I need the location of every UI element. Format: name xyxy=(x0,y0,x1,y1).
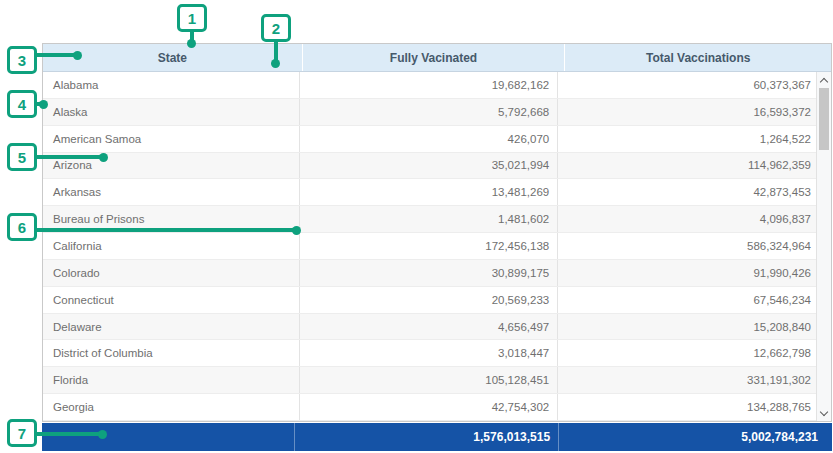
fully-vaccinated-cell: 4,656,497 xyxy=(299,314,557,340)
fully-vaccinated-cell: 20,569,233 xyxy=(299,287,557,313)
callout-3-dot xyxy=(73,51,82,60)
table-row[interactable]: District of Columbia 3,018,447 12,662,79… xyxy=(43,340,831,367)
total-vaccinations-cell: 586,324,964 xyxy=(557,233,831,259)
table-row[interactable]: American Samoa 426,070 1,264,522 xyxy=(43,126,831,153)
total-vaccinations-cell: 4,096,837 xyxy=(557,206,831,232)
fully-vaccinated-cell: 1,481,602 xyxy=(299,206,557,232)
fully-vaccinated-cell: 30,899,175 xyxy=(299,260,557,286)
state-cell: California xyxy=(43,233,299,259)
table-header: State Fully Vacinated Total Vaccinations xyxy=(43,44,831,72)
table-row[interactable]: California 172,456,138 586,324,964 xyxy=(43,233,831,260)
fully-vaccinated-cell: 35,021,994 xyxy=(299,153,557,179)
callout-6-dot xyxy=(292,226,301,235)
vertical-scrollbar[interactable] xyxy=(816,72,831,421)
total-vaccinations-cell: 91,990,426 xyxy=(557,260,831,286)
callout-3-line xyxy=(34,53,77,57)
screenshot: State Fully Vacinated Total Vaccinations… xyxy=(0,0,833,453)
callout-1-label: 1 xyxy=(188,10,196,27)
total-vaccinations-cell: 15,208,840 xyxy=(557,314,831,340)
total-vaccinations-cell: 16,593,372 xyxy=(557,99,831,125)
total-vaccinations-cell: 1,264,522 xyxy=(557,126,831,152)
table-row[interactable]: Connecticut 20,569,233 67,546,234 xyxy=(43,287,831,314)
table-row[interactable]: Colorado 30,899,175 91,990,426 xyxy=(43,260,831,287)
fully-vaccinated-cell: 426,070 xyxy=(299,126,557,152)
state-cell: Georgia xyxy=(43,394,299,420)
total-vaccinations-cell: 67,546,234 xyxy=(557,287,831,313)
callout-2-dot xyxy=(271,59,280,68)
callout-4: 4 xyxy=(7,90,37,118)
state-cell: Alaska xyxy=(43,99,299,125)
total-vaccinations-cell: 60,373,367 xyxy=(557,72,831,98)
total-row: 1,576,013,515 5,002,784,231 xyxy=(42,423,832,451)
fully-vaccinated-cell: 172,456,138 xyxy=(299,233,557,259)
scrollbar-thumb[interactable] xyxy=(819,88,829,150)
callout-5-line xyxy=(34,155,103,159)
table-row[interactable]: Georgia 42,754,302 134,288,765 xyxy=(43,394,831,421)
header-cell-total-vaccinations[interactable]: Total Vaccinations xyxy=(564,44,831,71)
state-cell: District of Columbia xyxy=(43,340,299,366)
callout-4-dot xyxy=(39,100,48,109)
total-vaccinations-sum-cell: 5,002,784,231 xyxy=(558,423,832,451)
fully-vaccinated-cell: 19,682,162 xyxy=(299,72,557,98)
fully-vaccinated-cell: 13,481,269 xyxy=(299,179,557,205)
table-row[interactable]: Delaware 4,656,497 15,208,840 xyxy=(43,314,831,341)
table-scroll-region: State Fully Vacinated Total Vaccinations… xyxy=(42,43,832,422)
header-cell-fully-vaccinated[interactable]: Fully Vacinated xyxy=(302,44,565,71)
total-fully-vaccinated-cell: 1,576,013,515 xyxy=(294,423,558,451)
table-row[interactable]: Florida 105,128,451 331,191,302 xyxy=(43,367,831,394)
callout-7-dot xyxy=(98,430,107,439)
callout-7-label: 7 xyxy=(18,425,26,442)
callout-1-dot xyxy=(187,39,196,48)
scroll-up-button[interactable] xyxy=(817,73,831,87)
state-cell: Connecticut xyxy=(43,287,299,313)
table-body: Alabama 19,682,162 60,373,367 Alaska 5,7… xyxy=(43,72,831,421)
header-cell-state[interactable]: State xyxy=(43,44,302,71)
callout-6-line xyxy=(34,228,296,232)
total-vaccinations-cell: 114,962,359 xyxy=(557,153,831,179)
callout-6: 6 xyxy=(7,213,37,241)
callout-3: 3 xyxy=(7,46,37,74)
total-vaccinations-cell: 42,873,453 xyxy=(557,179,831,205)
callout-7-line xyxy=(34,432,102,436)
total-state-cell xyxy=(42,423,294,451)
callout-5-dot xyxy=(99,153,108,162)
state-cell: Arkansas xyxy=(43,179,299,205)
table-row[interactable]: Alabama 19,682,162 60,373,367 xyxy=(43,72,831,99)
callout-4-label: 4 xyxy=(18,96,26,113)
callout-1: 1 xyxy=(177,4,207,32)
callout-2: 2 xyxy=(261,14,291,42)
callout-5-label: 5 xyxy=(18,149,26,166)
table-row[interactable]: Alaska 5,792,668 16,593,372 xyxy=(43,99,831,126)
callout-3-label: 3 xyxy=(18,52,26,69)
table-widget: State Fully Vacinated Total Vaccinations… xyxy=(42,43,832,451)
state-cell: Colorado xyxy=(43,260,299,286)
callout-7: 7 xyxy=(7,419,37,447)
table-row[interactable]: Arizona 35,021,994 114,962,359 xyxy=(43,153,831,180)
fully-vaccinated-cell: 105,128,451 xyxy=(299,367,557,393)
fully-vaccinated-cell: 42,754,302 xyxy=(299,394,557,420)
chevron-up-icon xyxy=(820,77,828,85)
chevron-down-icon xyxy=(820,407,828,415)
callout-6-label: 6 xyxy=(18,219,26,236)
total-vaccinations-cell: 134,288,765 xyxy=(557,394,831,420)
state-cell: Delaware xyxy=(43,314,299,340)
state-cell: American Samoa xyxy=(43,126,299,152)
callout-2-label: 2 xyxy=(272,20,280,37)
callout-2-line xyxy=(274,41,278,61)
scroll-down-button[interactable] xyxy=(817,406,831,420)
callout-5: 5 xyxy=(7,143,37,171)
total-vaccinations-cell: 331,191,302 xyxy=(557,367,831,393)
total-vaccinations-cell: 12,662,798 xyxy=(557,340,831,366)
fully-vaccinated-cell: 3,018,447 xyxy=(299,340,557,366)
fully-vaccinated-cell: 5,792,668 xyxy=(299,99,557,125)
table-row[interactable]: Arkansas 13,481,269 42,873,453 xyxy=(43,179,831,206)
state-cell: Alabama xyxy=(43,72,299,98)
state-cell: Florida xyxy=(43,367,299,393)
